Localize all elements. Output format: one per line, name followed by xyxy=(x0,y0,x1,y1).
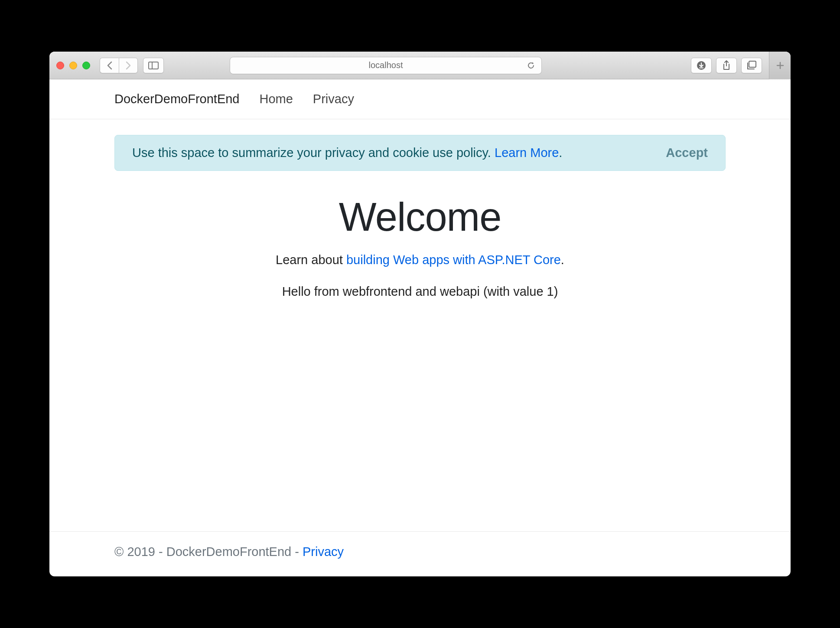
footer-privacy-link[interactable]: Privacy xyxy=(303,545,344,559)
address-bar-text: localhost xyxy=(369,60,403,70)
sidebar-toggle-button[interactable] xyxy=(143,58,164,73)
hero-lead-pre: Learn about xyxy=(276,253,346,267)
nav-link-home[interactable]: Home xyxy=(260,92,293,106)
cookie-learn-more-link[interactable]: Learn More xyxy=(495,146,559,160)
site-footer: © 2019 - DockerDemoFrontEnd - Privacy xyxy=(49,531,791,576)
window-controls xyxy=(56,62,90,69)
share-icon xyxy=(722,60,731,71)
cookie-alert-message: Use this space to summarize your privacy… xyxy=(132,146,644,160)
hero-section: Welcome Learn about building Web apps wi… xyxy=(114,194,726,299)
reload-button[interactable] xyxy=(527,61,535,70)
cookie-alert: Use this space to summarize your privacy… xyxy=(114,135,726,171)
navbar-brand[interactable]: DockerDemoFrontEnd xyxy=(114,92,240,106)
hero-lead-post: . xyxy=(561,253,564,267)
tabs-icon xyxy=(746,61,757,70)
nav-button-group xyxy=(100,58,138,73)
new-tab-button[interactable] xyxy=(769,52,791,79)
hero-lead: Learn about building Web apps with ASP.N… xyxy=(114,253,726,267)
downloads-button[interactable] xyxy=(691,58,712,73)
reload-icon xyxy=(527,61,535,70)
forward-button[interactable] xyxy=(119,58,138,73)
tabs-overview-button[interactable] xyxy=(741,58,762,73)
page-title: Welcome xyxy=(114,194,726,240)
main-content: Use this space to summarize your privacy… xyxy=(49,119,791,531)
hero-lead-link[interactable]: building Web apps with ASP.NET Core xyxy=(346,253,561,267)
browser-titlebar: localhost xyxy=(49,52,791,79)
address-bar[interactable]: localhost xyxy=(230,57,542,74)
maximize-window-button[interactable] xyxy=(82,62,90,69)
hero-subtext: Hello from webfrontend and webapi (with … xyxy=(114,285,726,299)
close-window-button[interactable] xyxy=(56,62,64,69)
share-button[interactable] xyxy=(716,58,737,73)
toolbar-right xyxy=(691,58,762,73)
browser-window: localhost xyxy=(49,52,791,576)
minimize-window-button[interactable] xyxy=(69,62,77,69)
download-icon xyxy=(697,61,706,70)
nav-link-privacy[interactable]: Privacy xyxy=(313,92,354,106)
cookie-alert-period: . xyxy=(559,146,562,160)
footer-text: © 2019 - DockerDemoFrontEnd - xyxy=(114,545,303,559)
plus-icon xyxy=(776,61,785,70)
svg-rect-4 xyxy=(749,61,756,67)
back-button[interactable] xyxy=(100,58,119,73)
svg-rect-0 xyxy=(149,62,158,69)
chevron-right-icon xyxy=(125,61,131,70)
cookie-alert-text: Use this space to summarize your privacy… xyxy=(132,146,495,160)
site-navbar: DockerDemoFrontEnd Home Privacy xyxy=(49,79,791,119)
chevron-left-icon xyxy=(107,61,113,70)
sidebar-icon xyxy=(148,62,159,69)
page-content: DockerDemoFrontEnd Home Privacy Use this… xyxy=(49,79,791,576)
cookie-accept-button[interactable]: Accept xyxy=(666,146,708,160)
